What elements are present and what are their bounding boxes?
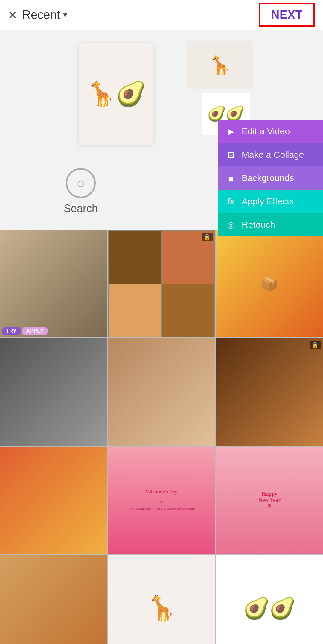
photo-cell-avocado[interactable]: 🥑🥑 <box>216 555 323 644</box>
fx-icon: fx <box>226 197 236 206</box>
photo-cell-parrot[interactable] <box>0 447 107 554</box>
photo-cell-man[interactable] <box>0 338 107 445</box>
apply-effects-label: Apply Effects <box>242 196 294 206</box>
photo-cell-woman[interactable] <box>108 338 215 445</box>
main-content: 🦒🥑 🦒 🥑🥑 ▶ Edit a Video ⊞ Make a Collage <box>0 30 323 644</box>
newyear-text: HappyNew YearP <box>256 488 283 512</box>
retouch-label: Retouch <box>242 220 275 230</box>
make-collage-button[interactable]: ⊞ Make a Collage <box>218 143 323 166</box>
avocado-icon: 🥑🥑 <box>243 596 295 621</box>
retouch-icon: ◎ <box>226 220 236 230</box>
photo-cell-qr[interactable]: 📦 <box>216 230 323 337</box>
try-apply-row: TRY APPLY <box>0 325 107 337</box>
giraffe-icon: 🦒 <box>147 594 176 622</box>
apply-badge[interactable]: APPLY <box>22 327 48 335</box>
search-area[interactable]: ○ Search <box>0 153 162 230</box>
next-button[interactable]: NEXT <box>259 3 315 27</box>
coffee-sub-4 <box>162 284 214 337</box>
photo-grid: TRY APPLY 🔒 📦 🔒 Valentine' <box>0 230 323 644</box>
edit-video-button[interactable]: ▶ Edit a Video <box>218 120 323 143</box>
header-left: × Recent ▾ <box>8 8 67 22</box>
photo-cell-girl[interactable] <box>0 555 107 644</box>
preview-image-right-top: 🦒 <box>187 41 253 89</box>
photo-cell-fashion1[interactable]: TRY APPLY <box>0 230 107 337</box>
lock-icon-2: 🔒 <box>310 341 321 349</box>
collage-icon: ⊞ <box>226 150 236 160</box>
photo-cell-coffee2[interactable]: 🔒 <box>216 338 323 445</box>
coffee-sub-grid <box>109 231 214 337</box>
backgrounds-label: Backgrounds <box>242 173 294 183</box>
search-label: Search <box>64 202 98 215</box>
page-title: Recent <box>22 8 60 22</box>
header: × Recent ▾ NEXT <box>0 0 323 30</box>
try-badge[interactable]: TRY <box>2 327 21 335</box>
chevron-down-icon: ▾ <box>63 10 67 20</box>
make-collage-label: Make a Collage <box>242 150 304 160</box>
qr-icon: 📦 <box>260 276 278 292</box>
close-button[interactable]: × <box>8 8 17 22</box>
search-icon-circle: ○ <box>66 168 96 198</box>
lock-icon: 🔒 <box>202 233 213 241</box>
preview-image-left: 🦒🥑 <box>79 43 153 145</box>
video-icon: ▶ <box>226 127 236 136</box>
photo-cell-valentine[interactable]: Valentine's DayPThis valentine Show your… <box>108 447 215 554</box>
side-panel: ▶ Edit a Video ⊞ Make a Collage ▣ Backgr… <box>218 120 323 236</box>
preview-card-left: 🦒🥑 <box>0 38 184 150</box>
search-icon: ○ <box>77 175 85 192</box>
backgrounds-icon: ▣ <box>226 173 236 183</box>
edit-video-label: Edit a Video <box>242 126 290 136</box>
valentine-text: Valentine's DayPThis valentine Show your… <box>125 487 197 513</box>
photo-cell-giraffe[interactable]: 🦒 <box>108 555 215 644</box>
retouch-button[interactable]: ◎ Retouch <box>218 213 323 236</box>
coffee-sub-1 <box>109 231 161 284</box>
coffee-sub-3 <box>109 284 161 337</box>
title-area[interactable]: Recent ▾ <box>22 8 67 22</box>
photo-cell-newyear[interactable]: HappyNew YearP <box>216 447 323 554</box>
backgrounds-button[interactable]: ▣ Backgrounds <box>218 166 323 190</box>
apply-effects-button[interactable]: fx Apply Effects <box>218 190 323 213</box>
photo-cell-coffee-grid[interactable]: 🔒 <box>108 230 215 337</box>
